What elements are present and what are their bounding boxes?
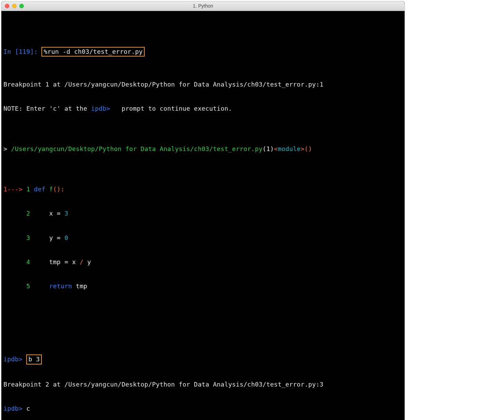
- trace-line-1: > /Users/yangcun/Desktop/Python for Data…: [3, 145, 403, 153]
- breakpoint-1-line: Breakpoint 1 at /Users/yangcun/Desktop/P…: [3, 80, 403, 88]
- note-line: NOTE: Enter 'c' at the ipdb> prompt to c…: [3, 104, 403, 112]
- code-line: 5 return tmp: [3, 282, 403, 290]
- highlight-box: b 3: [26, 354, 42, 364]
- code-line: 4 tmp = x / y: [3, 258, 403, 266]
- titlebar: 1. Python: [1, 1, 405, 11]
- terminal-body[interactable]: In [119]: %run -d ch03/test_error.py Bre…: [1, 11, 405, 420]
- blank-line: [3, 314, 403, 322]
- run-command: %run -d ch03/test_error.py: [43, 48, 143, 55]
- ipython-prompt-line: In [119]: %run -d ch03/test_error.py: [3, 47, 403, 56]
- ipdb-prompt-line: ipdb> c: [3, 404, 403, 412]
- highlight-box: %run -d ch03/test_error.py: [41, 47, 145, 57]
- ipdb-prompt-line: ipdb> b 3: [3, 354, 403, 364]
- terminal-window: 1. Python In [119]: %run -d ch03/test_er…: [1, 1, 405, 420]
- window-title: 1. Python: [1, 3, 405, 9]
- code-line: 3 y = 0: [3, 234, 403, 242]
- code-line: 1---> 1 def f():: [3, 185, 403, 193]
- ipython-in-label: In: [3, 48, 15, 55]
- breakpoint-2-line: Breakpoint 2 at /Users/yangcun/Desktop/P…: [3, 380, 403, 388]
- code-line: 2 x = 3: [3, 209, 403, 217]
- ipython-in-num: [119]:: [15, 48, 41, 55]
